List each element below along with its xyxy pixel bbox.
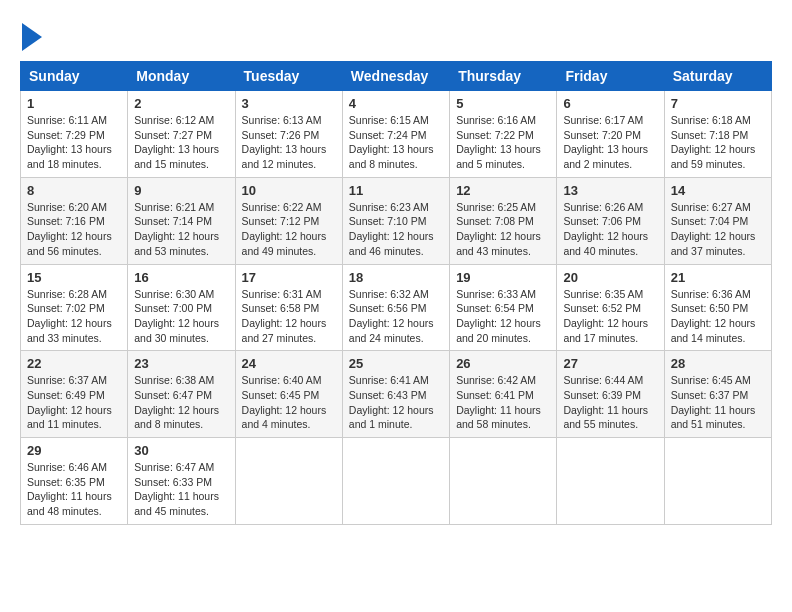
day-number: 14 bbox=[671, 183, 765, 198]
calendar-header-friday: Friday bbox=[557, 62, 664, 91]
day-number: 13 bbox=[563, 183, 657, 198]
calendar-header-row: SundayMondayTuesdayWednesdayThursdayFrid… bbox=[21, 62, 772, 91]
calendar-cell: 9 Sunrise: 6:21 AM Sunset: 7:14 PM Dayli… bbox=[128, 177, 235, 264]
day-number: 30 bbox=[134, 443, 228, 458]
day-number: 22 bbox=[27, 356, 121, 371]
calendar-header-thursday: Thursday bbox=[450, 62, 557, 91]
day-number: 1 bbox=[27, 96, 121, 111]
day-number: 5 bbox=[456, 96, 550, 111]
day-info: Sunrise: 6:41 AM Sunset: 6:43 PM Dayligh… bbox=[349, 373, 443, 432]
day-number: 4 bbox=[349, 96, 443, 111]
day-info: Sunrise: 6:33 AM Sunset: 6:54 PM Dayligh… bbox=[456, 287, 550, 346]
calendar-week-3: 15 Sunrise: 6:28 AM Sunset: 7:02 PM Dayl… bbox=[21, 264, 772, 351]
day-info: Sunrise: 6:27 AM Sunset: 7:04 PM Dayligh… bbox=[671, 200, 765, 259]
calendar-cell: 16 Sunrise: 6:30 AM Sunset: 7:00 PM Dayl… bbox=[128, 264, 235, 351]
day-info: Sunrise: 6:35 AM Sunset: 6:52 PM Dayligh… bbox=[563, 287, 657, 346]
day-info: Sunrise: 6:23 AM Sunset: 7:10 PM Dayligh… bbox=[349, 200, 443, 259]
calendar-cell: 25 Sunrise: 6:41 AM Sunset: 6:43 PM Dayl… bbox=[342, 351, 449, 438]
day-info: Sunrise: 6:20 AM Sunset: 7:16 PM Dayligh… bbox=[27, 200, 121, 259]
day-number: 25 bbox=[349, 356, 443, 371]
day-number: 27 bbox=[563, 356, 657, 371]
day-info: Sunrise: 6:21 AM Sunset: 7:14 PM Dayligh… bbox=[134, 200, 228, 259]
calendar-cell: 6 Sunrise: 6:17 AM Sunset: 7:20 PM Dayli… bbox=[557, 91, 664, 178]
calendar-week-4: 22 Sunrise: 6:37 AM Sunset: 6:49 PM Dayl… bbox=[21, 351, 772, 438]
day-info: Sunrise: 6:17 AM Sunset: 7:20 PM Dayligh… bbox=[563, 113, 657, 172]
calendar-cell: 7 Sunrise: 6:18 AM Sunset: 7:18 PM Dayli… bbox=[664, 91, 771, 178]
day-info: Sunrise: 6:13 AM Sunset: 7:26 PM Dayligh… bbox=[242, 113, 336, 172]
calendar-cell: 17 Sunrise: 6:31 AM Sunset: 6:58 PM Dayl… bbox=[235, 264, 342, 351]
logo-arrow-icon bbox=[22, 23, 42, 51]
day-number: 20 bbox=[563, 270, 657, 285]
day-info: Sunrise: 6:37 AM Sunset: 6:49 PM Dayligh… bbox=[27, 373, 121, 432]
day-info: Sunrise: 6:38 AM Sunset: 6:47 PM Dayligh… bbox=[134, 373, 228, 432]
day-number: 3 bbox=[242, 96, 336, 111]
calendar-header-tuesday: Tuesday bbox=[235, 62, 342, 91]
day-number: 10 bbox=[242, 183, 336, 198]
calendar-cell: 5 Sunrise: 6:16 AM Sunset: 7:22 PM Dayli… bbox=[450, 91, 557, 178]
day-info: Sunrise: 6:36 AM Sunset: 6:50 PM Dayligh… bbox=[671, 287, 765, 346]
calendar-week-2: 8 Sunrise: 6:20 AM Sunset: 7:16 PM Dayli… bbox=[21, 177, 772, 264]
day-info: Sunrise: 6:44 AM Sunset: 6:39 PM Dayligh… bbox=[563, 373, 657, 432]
day-number: 15 bbox=[27, 270, 121, 285]
calendar-cell: 2 Sunrise: 6:12 AM Sunset: 7:27 PM Dayli… bbox=[128, 91, 235, 178]
day-info: Sunrise: 6:25 AM Sunset: 7:08 PM Dayligh… bbox=[456, 200, 550, 259]
calendar-cell: 1 Sunrise: 6:11 AM Sunset: 7:29 PM Dayli… bbox=[21, 91, 128, 178]
day-info: Sunrise: 6:47 AM Sunset: 6:33 PM Dayligh… bbox=[134, 460, 228, 519]
day-number: 8 bbox=[27, 183, 121, 198]
day-number: 6 bbox=[563, 96, 657, 111]
day-info: Sunrise: 6:32 AM Sunset: 6:56 PM Dayligh… bbox=[349, 287, 443, 346]
day-info: Sunrise: 6:30 AM Sunset: 7:00 PM Dayligh… bbox=[134, 287, 228, 346]
day-number: 28 bbox=[671, 356, 765, 371]
calendar-header-wednesday: Wednesday bbox=[342, 62, 449, 91]
calendar-cell bbox=[342, 438, 449, 525]
calendar-cell: 30 Sunrise: 6:47 AM Sunset: 6:33 PM Dayl… bbox=[128, 438, 235, 525]
day-number: 18 bbox=[349, 270, 443, 285]
day-number: 17 bbox=[242, 270, 336, 285]
calendar-cell: 19 Sunrise: 6:33 AM Sunset: 6:54 PM Dayl… bbox=[450, 264, 557, 351]
calendar-week-5: 29 Sunrise: 6:46 AM Sunset: 6:35 PM Dayl… bbox=[21, 438, 772, 525]
day-number: 29 bbox=[27, 443, 121, 458]
calendar-cell: 3 Sunrise: 6:13 AM Sunset: 7:26 PM Dayli… bbox=[235, 91, 342, 178]
calendar-cell: 18 Sunrise: 6:32 AM Sunset: 6:56 PM Dayl… bbox=[342, 264, 449, 351]
calendar-cell: 12 Sunrise: 6:25 AM Sunset: 7:08 PM Dayl… bbox=[450, 177, 557, 264]
day-number: 7 bbox=[671, 96, 765, 111]
calendar-cell: 21 Sunrise: 6:36 AM Sunset: 6:50 PM Dayl… bbox=[664, 264, 771, 351]
day-number: 11 bbox=[349, 183, 443, 198]
day-info: Sunrise: 6:18 AM Sunset: 7:18 PM Dayligh… bbox=[671, 113, 765, 172]
day-number: 23 bbox=[134, 356, 228, 371]
calendar-cell: 10 Sunrise: 6:22 AM Sunset: 7:12 PM Dayl… bbox=[235, 177, 342, 264]
day-number: 12 bbox=[456, 183, 550, 198]
day-number: 21 bbox=[671, 270, 765, 285]
calendar-cell bbox=[664, 438, 771, 525]
page-header bbox=[20, 20, 772, 51]
calendar-cell: 8 Sunrise: 6:20 AM Sunset: 7:16 PM Dayli… bbox=[21, 177, 128, 264]
calendar-header-saturday: Saturday bbox=[664, 62, 771, 91]
day-info: Sunrise: 6:16 AM Sunset: 7:22 PM Dayligh… bbox=[456, 113, 550, 172]
calendar-cell bbox=[450, 438, 557, 525]
logo bbox=[20, 20, 42, 51]
calendar-cell: 20 Sunrise: 6:35 AM Sunset: 6:52 PM Dayl… bbox=[557, 264, 664, 351]
calendar-cell: 23 Sunrise: 6:38 AM Sunset: 6:47 PM Dayl… bbox=[128, 351, 235, 438]
calendar-header-monday: Monday bbox=[128, 62, 235, 91]
calendar-cell: 13 Sunrise: 6:26 AM Sunset: 7:06 PM Dayl… bbox=[557, 177, 664, 264]
day-number: 9 bbox=[134, 183, 228, 198]
day-info: Sunrise: 6:31 AM Sunset: 6:58 PM Dayligh… bbox=[242, 287, 336, 346]
calendar-week-1: 1 Sunrise: 6:11 AM Sunset: 7:29 PM Dayli… bbox=[21, 91, 772, 178]
calendar-header-sunday: Sunday bbox=[21, 62, 128, 91]
day-number: 19 bbox=[456, 270, 550, 285]
calendar-cell: 24 Sunrise: 6:40 AM Sunset: 6:45 PM Dayl… bbox=[235, 351, 342, 438]
day-info: Sunrise: 6:46 AM Sunset: 6:35 PM Dayligh… bbox=[27, 460, 121, 519]
calendar-cell bbox=[235, 438, 342, 525]
calendar-cell: 22 Sunrise: 6:37 AM Sunset: 6:49 PM Dayl… bbox=[21, 351, 128, 438]
day-number: 26 bbox=[456, 356, 550, 371]
calendar-cell: 29 Sunrise: 6:46 AM Sunset: 6:35 PM Dayl… bbox=[21, 438, 128, 525]
day-info: Sunrise: 6:11 AM Sunset: 7:29 PM Dayligh… bbox=[27, 113, 121, 172]
day-info: Sunrise: 6:42 AM Sunset: 6:41 PM Dayligh… bbox=[456, 373, 550, 432]
day-info: Sunrise: 6:12 AM Sunset: 7:27 PM Dayligh… bbox=[134, 113, 228, 172]
day-number: 16 bbox=[134, 270, 228, 285]
calendar-cell: 15 Sunrise: 6:28 AM Sunset: 7:02 PM Dayl… bbox=[21, 264, 128, 351]
calendar-cell bbox=[557, 438, 664, 525]
calendar-cell: 27 Sunrise: 6:44 AM Sunset: 6:39 PM Dayl… bbox=[557, 351, 664, 438]
calendar-cell: 4 Sunrise: 6:15 AM Sunset: 7:24 PM Dayli… bbox=[342, 91, 449, 178]
calendar-table: SundayMondayTuesdayWednesdayThursdayFrid… bbox=[20, 61, 772, 525]
